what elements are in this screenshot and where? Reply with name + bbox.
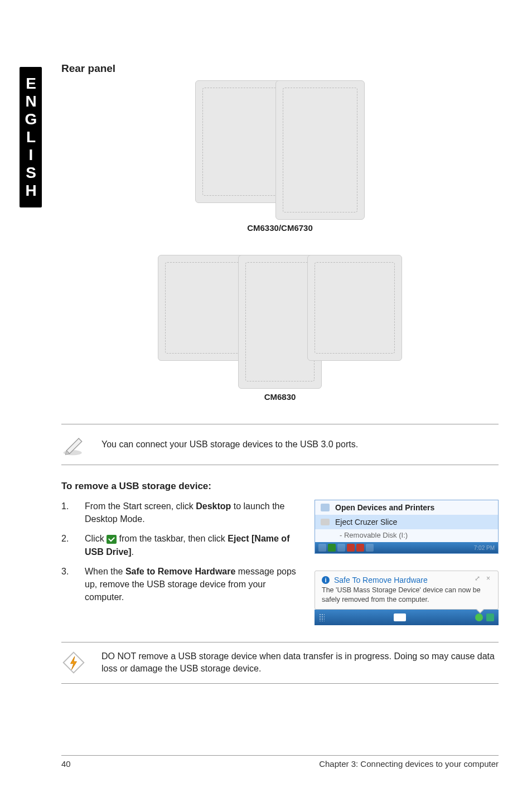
- taskbar-strip: 7:02 PM: [315, 542, 498, 553]
- tray-icon: [337, 544, 345, 552]
- tray-icon: [347, 544, 355, 552]
- menu-subitem-removable-disk[interactable]: - Removable Disk (I:): [315, 529, 498, 542]
- tray-icon: [366, 544, 374, 552]
- step-text: When the: [85, 567, 125, 576]
- balloon-tail: [476, 609, 485, 613]
- taskbar-grip: [319, 613, 325, 621]
- step-text: from the taskbar, then click: [117, 534, 228, 543]
- balloon-body: The 'USB Mass Storage Device' device can…: [322, 586, 491, 605]
- lightning-warning-icon: [61, 650, 86, 675]
- eject-menu-popup: Open Devices and Printers Eject Cruzer S…: [315, 500, 499, 554]
- devices-printers-icon: [321, 504, 330, 511]
- page-number: 40: [61, 759, 71, 769]
- tray-icon: [475, 613, 483, 621]
- tray-icon: [486, 613, 494, 621]
- taskbar-clock: 7:02 PM: [474, 545, 495, 551]
- tray-keyboard-icon: [394, 613, 406, 621]
- chapter-title: Chapter 3: Connecting devices to your co…: [319, 759, 499, 769]
- section-heading-rear-panel: Rear panel: [61, 62, 499, 75]
- rear-panel-image-group-1: CM6330/CM6730: [61, 80, 499, 233]
- note-text: You can connect your USB storage devices…: [101, 438, 499, 451]
- info-icon: i: [322, 576, 330, 584]
- step-bold: Safe to Remove Hardware: [125, 567, 235, 576]
- menu-item-eject-drive[interactable]: Eject Cruzer Slice: [315, 515, 498, 529]
- menu-item-open-devices[interactable]: Open Devices and Printers: [315, 500, 498, 515]
- menu-item-label: Open Devices and Printers: [335, 503, 434, 512]
- caption-cm6830: CM6830: [158, 392, 403, 402]
- drive-icon: [321, 519, 330, 525]
- tray-icon: [328, 544, 336, 552]
- balloon-controls[interactable]: ⤢ ×: [475, 574, 492, 582]
- step-item: 1. From the Start screen, click Desktop …: [61, 500, 303, 525]
- tray-icon: [356, 544, 364, 552]
- warning-block: DO NOT remove a USB storage device when …: [61, 642, 499, 684]
- step-bold: Desktop: [196, 501, 231, 511]
- note-block: You can connect your USB storage devices…: [61, 424, 499, 465]
- product-image: [307, 255, 402, 361]
- tray-icon: [318, 544, 326, 552]
- step-text: Click: [85, 534, 107, 543]
- step-number: 3.: [61, 565, 71, 604]
- step-text: .: [132, 547, 134, 557]
- menu-item-label: Eject Cruzer Slice: [335, 518, 397, 526]
- safe-to-remove-balloon: ⤢ × i Safe To Remove Hardware The 'USB M…: [315, 571, 499, 610]
- menu-item-label: Removable Disk (I:): [344, 531, 408, 539]
- steps-list: 1. From the Start screen, click Desktop …: [61, 500, 303, 625]
- safely-remove-tray-icon: [107, 535, 117, 544]
- step-item: 3. When the Safe to Remove Hardware mess…: [61, 565, 303, 604]
- warning-text: DO NOT remove a USB storage device when …: [101, 650, 499, 675]
- step-number: 1.: [61, 500, 71, 525]
- menu-item-prefix: -: [340, 531, 344, 539]
- remove-usb-heading: To remove a USB storage device:: [61, 481, 499, 492]
- balloon-title: Safe To Remove Hardware: [334, 576, 428, 584]
- step-number: 2.: [61, 532, 71, 558]
- language-tab: ENGLISH: [20, 67, 42, 207]
- taskbar: [315, 610, 499, 625]
- pencil-icon: [61, 432, 86, 457]
- step-item: 2. Click from the taskbar, then click Ej…: [61, 532, 303, 558]
- rear-panel-image-group-2: USB3.0 ports CM6830: [61, 255, 499, 402]
- caption-cm6330-cm6730: CM6330/CM6730: [195, 223, 365, 233]
- page-footer: 40 Chapter 3: Connecting devices to your…: [61, 755, 499, 769]
- product-image: [275, 80, 365, 220]
- step-text: From the Start screen, click: [85, 501, 196, 511]
